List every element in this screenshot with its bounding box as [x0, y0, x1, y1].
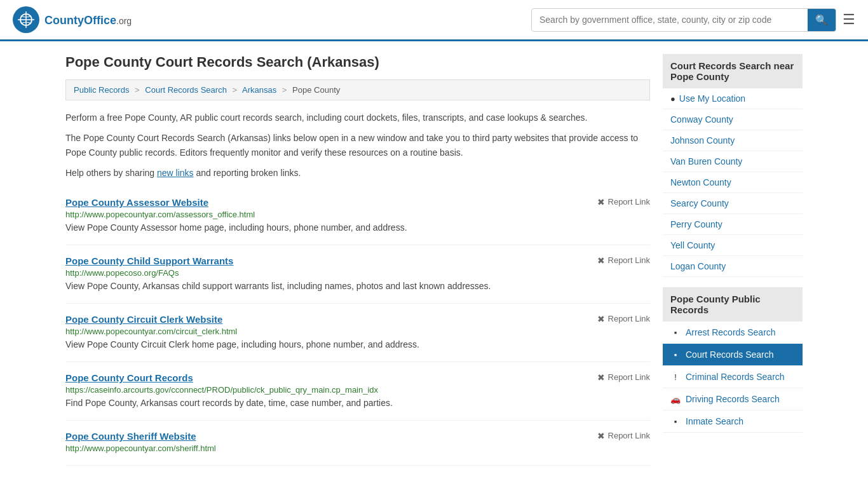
result-item: Pope County Circuit Clerk Website ✖ Repo… [65, 304, 650, 362]
pub-icon-0: ▪ [670, 328, 681, 337]
result-desc-2: View Pope County Circuit Clerk home page… [65, 338, 650, 351]
page-title: Pope County Court Records Search (Arkans… [65, 54, 650, 71]
result-url-4[interactable]: http://www.popecountyar.com/sheriff.html [65, 444, 650, 453]
search-input[interactable] [532, 10, 808, 30]
result-header-0: Pope County Assessor Website ✖ Report Li… [65, 197, 650, 208]
pub-icon-1: ▪ [670, 350, 681, 360]
result-header-2: Pope County Circuit Clerk Website ✖ Repo… [65, 314, 650, 325]
nearby-county-4[interactable]: Searcy County [663, 193, 803, 214]
menu-icon[interactable]: ☰ [843, 11, 855, 28]
report-icon-1: ✖ [597, 255, 605, 266]
pub-record-link-3[interactable]: Driving Records Search [686, 394, 780, 404]
result-item: Pope County Sheriff Website ✖ Report Lin… [65, 421, 650, 466]
report-link-2[interactable]: ✖ Report Link [597, 314, 650, 324]
pub-icon-4: ▪ [670, 417, 681, 426]
pub-record-item-2[interactable]: ! Criminal Records Search [663, 366, 803, 388]
nearby-county-link-6[interactable]: Yell County [670, 240, 715, 250]
result-item: Pope County Assessor Website ✖ Report Li… [65, 187, 650, 245]
result-desc-1: View Pope County, Arkansas child support… [65, 280, 650, 293]
pub-icon-2: ! [670, 372, 681, 382]
result-item: Pope County Child Support Warrants ✖ Rep… [65, 245, 650, 304]
use-my-location-link[interactable]: Use My Location [679, 93, 745, 104]
public-records-list: ▪ Arrest Records Search ▪ Court Records … [663, 322, 803, 433]
nearby-county-link-2[interactable]: Van Buren County [670, 156, 742, 166]
pub-record-link-0[interactable]: Arrest Records Search [686, 327, 776, 337]
result-title-1[interactable]: Pope County Child Support Warrants [65, 255, 233, 266]
logo-text: CountyOffice.org [44, 13, 132, 27]
report-link-3[interactable]: ✖ Report Link [597, 372, 650, 383]
nearby-county-link-7[interactable]: Logan County [670, 261, 726, 271]
nearby-county-2[interactable]: Van Buren County [663, 151, 803, 172]
result-header-3: Pope County Court Records ✖ Report Link [65, 372, 650, 383]
result-desc-0: View Pope County Assessor home page, inc… [65, 221, 650, 234]
nearby-county-link-0[interactable]: Conway County [670, 114, 733, 125]
public-records-title: Pope County Public Records [663, 287, 803, 322]
nearby-county-link-3[interactable]: Newton County [670, 177, 731, 187]
result-url-1[interactable]: http://www.popecoso.org/FAQs [65, 268, 650, 278]
nearby-title: Court Records Search near Pope County [663, 54, 803, 88]
nearby-county-6[interactable]: Yell County [663, 235, 803, 256]
pub-record-item-3[interactable]: 🚗 Driving Records Search [663, 388, 803, 410]
nearby-county-1[interactable]: Johnson County [663, 130, 803, 151]
nearby-counties-list: Conway CountyJohnson CountyVan Buren Cou… [663, 109, 803, 277]
result-url-0[interactable]: http://www.popecountyar.com/assessors_of… [65, 210, 650, 219]
description-2: The Pope County Court Records Search (Ar… [65, 131, 650, 159]
pub-record-label-1: Court Records Search [686, 349, 774, 360]
result-title-3[interactable]: Pope County Court Records [65, 372, 193, 383]
location-icon: ● [670, 94, 675, 104]
result-desc-3: Find Pope County, Arkansas court records… [65, 396, 650, 410]
sidebar: Court Records Search near Pope County ● … [663, 54, 803, 466]
report-icon-2: ✖ [597, 314, 605, 324]
result-item: Pope County Court Records ✖ Report Link … [65, 362, 650, 421]
nearby-county-link-4[interactable]: Searcy County [670, 198, 729, 208]
breadcrumb: Public Records > Court Records Search > … [65, 79, 650, 100]
logo-area: CountyOffice.org [13, 6, 132, 33]
report-icon-0: ✖ [597, 197, 605, 207]
results-container: Pope County Assessor Website ✖ Report Li… [65, 187, 650, 466]
breadcrumb-court-records-search[interactable]: Court Records Search [145, 85, 227, 95]
nearby-county-5[interactable]: Perry County [663, 214, 803, 235]
search-button[interactable]: 🔍 [808, 9, 836, 31]
result-title-0[interactable]: Pope County Assessor Website [65, 197, 208, 208]
nearby-county-7[interactable]: Logan County [663, 256, 803, 277]
breadcrumb-current: Pope County [292, 85, 340, 95]
result-title-2[interactable]: Pope County Circuit Clerk Website [65, 314, 222, 325]
public-records-section: Pope County Public Records ▪ Arrest Reco… [663, 287, 803, 433]
logo-icon [13, 6, 39, 33]
breadcrumb-arkansas[interactable]: Arkansas [242, 85, 276, 95]
search-icon: 🔍 [815, 15, 828, 25]
content-area: Pope County Court Records Search (Arkans… [65, 54, 650, 466]
header-right: 🔍 ☰ [531, 8, 855, 32]
nearby-section: Court Records Search near Pope County ● … [663, 54, 803, 277]
nearby-county-link-1[interactable]: Johnson County [670, 135, 735, 146]
description-3: Help others by sharing new links and rep… [65, 166, 650, 180]
new-links-link[interactable]: new links [157, 168, 194, 178]
use-my-location[interactable]: ● Use My Location [663, 88, 803, 109]
report-link-1[interactable]: ✖ Report Link [597, 255, 650, 266]
report-link-0[interactable]: ✖ Report Link [597, 197, 650, 207]
site-header: CountyOffice.org 🔍 ☰ [0, 0, 868, 41]
report-icon-4: ✖ [597, 431, 605, 441]
search-bar: 🔍 [531, 8, 836, 32]
result-url-3[interactable]: https://caseinfo.arcourts.gov/cconnect/P… [65, 385, 650, 395]
result-header-4: Pope County Sheriff Website ✖ Report Lin… [65, 431, 650, 442]
report-link-4[interactable]: ✖ Report Link [597, 431, 650, 441]
report-icon-3: ✖ [597, 372, 605, 383]
result-title-4[interactable]: Pope County Sheriff Website [65, 431, 196, 442]
nearby-county-link-5[interactable]: Perry County [670, 219, 722, 229]
pub-record-item-1[interactable]: ▪ Court Records Search [663, 344, 803, 366]
nearby-county-3[interactable]: Newton County [663, 172, 803, 193]
pub-record-link-4[interactable]: Inmate Search [686, 416, 743, 426]
pub-record-link-2[interactable]: Criminal Records Search [686, 372, 785, 382]
nearby-county-0[interactable]: Conway County [663, 109, 803, 130]
breadcrumb-public-records[interactable]: Public Records [74, 85, 129, 95]
result-header-1: Pope County Child Support Warrants ✖ Rep… [65, 255, 650, 266]
pub-record-item-4[interactable]: ▪ Inmate Search [663, 410, 803, 433]
pub-icon-3: 🚗 [670, 395, 681, 404]
main-container: Pope County Court Records Search (Arkans… [53, 41, 815, 478]
description-1: Perform a free Pope County, AR public co… [65, 111, 650, 125]
pub-record-item-0[interactable]: ▪ Arrest Records Search [663, 322, 803, 344]
result-url-2[interactable]: http://www.popecountyar.com/circuit_cler… [65, 327, 650, 336]
